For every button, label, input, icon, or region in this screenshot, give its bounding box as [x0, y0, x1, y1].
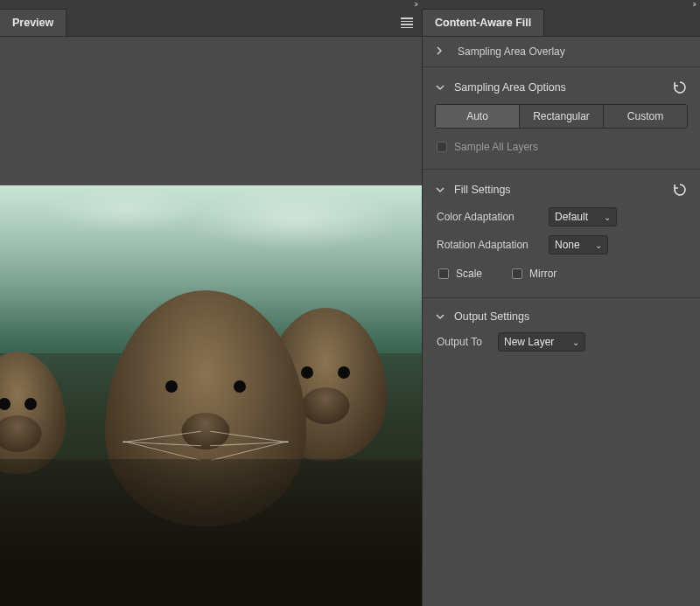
panel-menu-icon[interactable] — [399, 9, 415, 37]
preview-image[interactable] — [0, 185, 422, 606]
preview-body — [0, 37, 422, 606]
rotation-adaptation-value: None — [555, 239, 588, 251]
scale-label: Scale — [456, 268, 482, 280]
chevron-down-icon — [435, 185, 445, 194]
caf-tabbar: Content-Aware Fill — [423, 9, 700, 37]
sampling-mode-segmented: Auto Rectangular Custom — [435, 104, 688, 129]
sample-all-layers-label: Sample All Layers — [454, 141, 538, 153]
preview-panel: Preview — [0, 9, 422, 606]
chevron-down-icon: ⌄ — [595, 240, 602, 250]
collapse-right-icon[interactable]: ›› — [692, 0, 695, 9]
section-sampling-overlay[interactable]: Sampling Area Overlay — [423, 37, 700, 66]
reset-icon[interactable] — [672, 80, 688, 95]
chevron-down-icon — [435, 83, 445, 92]
chevron-down-icon: ⌄ — [604, 212, 611, 222]
scale-row[interactable]: Scale — [437, 264, 484, 283]
section-output-settings: Output Settings Output To New Layer ⌄ — [423, 297, 700, 368]
top-strip-right: ›› — [422, 0, 700, 9]
chevron-right-icon — [435, 45, 444, 58]
sampling-mode-rect-button[interactable]: Rectangular — [520, 105, 604, 128]
sampling-mode-auto-button[interactable]: Auto — [436, 105, 520, 128]
collapse-left-icon[interactable]: ›› — [414, 0, 416, 9]
color-adaptation-row: Color Adaptation Default ⌄ — [435, 203, 688, 231]
sampling-mode-custom-button[interactable]: Custom — [604, 105, 687, 128]
output-to-select[interactable]: New Layer ⌄ — [498, 332, 585, 352]
section-output-settings-title: Output Settings — [454, 310, 688, 323]
reset-icon[interactable] — [672, 182, 688, 198]
output-to-label: Output To — [437, 336, 489, 348]
app-top-strip: ›› ›› — [0, 0, 700, 9]
output-to-row: Output To New Layer ⌄ — [435, 328, 688, 356]
rotation-adaptation-row: Rotation Adaptation None ⌄ — [435, 231, 688, 259]
chevron-down-icon — [435, 312, 445, 321]
section-output-settings-header[interactable]: Output Settings — [435, 307, 688, 328]
rotation-adaptation-label: Rotation Adaptation — [437, 239, 540, 251]
sample-all-layers-checkbox — [437, 142, 447, 152]
rotation-adaptation-select[interactable]: None ⌄ — [549, 235, 608, 254]
tab-content-aware-fill[interactable]: Content-Aware Fill — [423, 9, 544, 36]
sample-all-layers-row: Sample All Layers — [435, 137, 688, 157]
section-sampling-options-title: Sampling Area Options — [454, 81, 663, 94]
color-adaptation-select[interactable]: Default ⌄ — [549, 207, 617, 226]
scale-checkbox[interactable] — [438, 268, 449, 279]
mirror-checkbox[interactable] — [512, 268, 522, 279]
output-to-value: New Layer — [504, 336, 565, 348]
section-sampling-options-header[interactable]: Sampling Area Options — [435, 76, 688, 101]
section-fill-settings-title: Fill Settings — [454, 184, 663, 196]
chevron-down-icon: ⌄ — [572, 338, 579, 347]
section-fill-settings: Fill Settings Color Adaptation Default ⌄… — [423, 169, 700, 297]
mirror-label: Mirror — [529, 268, 556, 280]
tab-caf-label: Content-Aware Fill — [435, 17, 531, 29]
section-sampling-overlay-title: Sampling Area Overlay — [458, 45, 565, 58]
fill-settings-checks: Scale Mirror — [435, 259, 688, 285]
preview-tabbar: Preview — [0, 9, 422, 37]
mirror-row[interactable]: Mirror — [510, 264, 558, 283]
color-adaptation-value: Default — [555, 211, 597, 223]
top-strip-left: ›› — [0, 0, 422, 9]
tab-preview-label: Preview — [12, 17, 53, 29]
section-fill-settings-header[interactable]: Fill Settings — [435, 178, 688, 203]
caf-panel: Content-Aware Fill Sampling Area Overlay… — [422, 9, 700, 606]
section-sampling-options: Sampling Area Options Auto Rectangular C… — [423, 66, 700, 169]
color-adaptation-label: Color Adaptation — [437, 211, 540, 223]
tab-preview[interactable]: Preview — [0, 9, 66, 36]
